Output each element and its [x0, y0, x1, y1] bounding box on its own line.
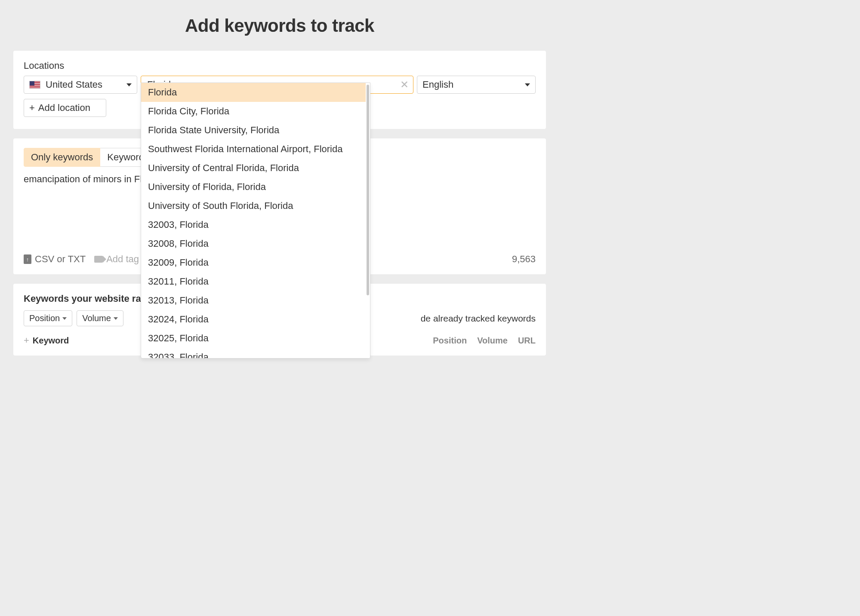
- location-suggestion-item[interactable]: 32025, Florida: [141, 329, 366, 348]
- location-suggestion-item[interactable]: 32008, Florida: [141, 234, 366, 253]
- language-value: English: [422, 79, 453, 90]
- add-tag-label: Add tag: [106, 254, 139, 265]
- add-location-label: Add location: [38, 102, 90, 113]
- location-suggestion-item[interactable]: 32013, Florida: [141, 291, 366, 310]
- position-filter-label: Position: [29, 313, 60, 323]
- location-suggestions-dropdown: FloridaFlorida City, FloridaFlorida Stat…: [141, 83, 370, 359]
- location-suggestion-item[interactable]: University of Central Florida, Florida: [141, 159, 366, 178]
- tab-only-keywords[interactable]: Only keywords: [24, 148, 100, 167]
- location-suggestion-item[interactable]: University of South Florida, Florida: [141, 196, 366, 215]
- plus-icon: +: [29, 102, 35, 113]
- language-select[interactable]: English: [417, 76, 536, 94]
- column-keyword[interactable]: Keyword: [33, 336, 69, 346]
- upload-icon: [24, 254, 31, 264]
- location-suggestion-item[interactable]: University of Florida, Florida: [141, 178, 366, 196]
- locations-panel: Locations United States ✕ English + Add …: [13, 51, 546, 129]
- add-location-button[interactable]: + Add location: [24, 99, 106, 117]
- locations-label: Locations: [24, 60, 536, 71]
- location-suggestion-item[interactable]: 32009, Florida: [141, 253, 366, 272]
- column-url[interactable]: URL: [518, 336, 536, 346]
- column-volume[interactable]: Volume: [477, 336, 508, 346]
- us-flag-icon: [29, 81, 40, 89]
- column-position[interactable]: Position: [433, 336, 467, 346]
- country-select[interactable]: United States: [24, 76, 137, 94]
- volume-filter[interactable]: Volume: [77, 310, 123, 326]
- location-suggestion-item[interactable]: 32003, Florida: [141, 215, 366, 234]
- hide-tracked-text: de already tracked keywords: [421, 313, 536, 324]
- upload-label: CSV or TXT: [35, 254, 86, 265]
- page-title: Add keywords to track: [0, 15, 559, 36]
- upload-csv-button[interactable]: CSV or TXT: [24, 254, 86, 265]
- chevron-down-icon: [525, 83, 530, 86]
- chevron-down-icon: [62, 317, 67, 320]
- location-suggestions-list[interactable]: FloridaFlorida City, FloridaFlorida Stat…: [141, 83, 366, 358]
- position-filter[interactable]: Position: [24, 310, 72, 326]
- dropdown-scrollbar[interactable]: [366, 83, 370, 358]
- chevron-down-icon: [114, 317, 118, 320]
- location-suggestion-item[interactable]: Florida State University, Florida: [141, 121, 366, 140]
- location-suggestion-item[interactable]: 32033, Florida: [141, 348, 366, 358]
- add-tag-button[interactable]: Add tag: [94, 254, 139, 265]
- keyword-remaining-count: 9,563: [512, 254, 536, 265]
- clear-input-icon[interactable]: ✕: [400, 79, 409, 91]
- location-suggestion-item[interactable]: 32011, Florida: [141, 272, 366, 291]
- tag-icon: [94, 256, 103, 263]
- location-suggestion-item[interactable]: Southwest Florida International Airport,…: [141, 140, 366, 159]
- chevron-down-icon: [126, 83, 132, 86]
- location-suggestion-item[interactable]: Florida: [141, 83, 366, 102]
- plus-icon[interactable]: +: [24, 335, 29, 346]
- volume-filter-label: Volume: [82, 313, 111, 323]
- country-value: United States: [46, 79, 102, 90]
- scrollbar-thumb[interactable]: [367, 85, 369, 295]
- location-suggestion-item[interactable]: Florida City, Florida: [141, 102, 366, 121]
- location-suggestion-item[interactable]: 32024, Florida: [141, 310, 366, 329]
